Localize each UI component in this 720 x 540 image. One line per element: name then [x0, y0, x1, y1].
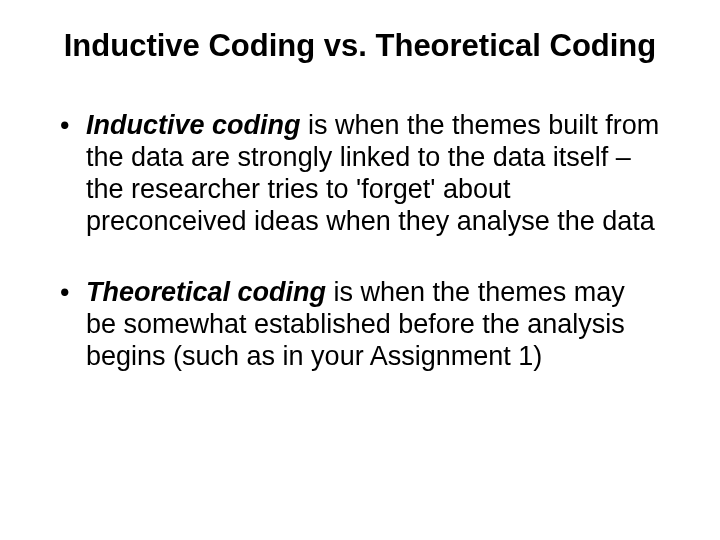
list-item: Inductive coding is when the themes buil… — [60, 110, 660, 237]
term-theoretical: Theoretical coding — [86, 277, 326, 307]
bullet-list: Inductive coding is when the themes buil… — [50, 110, 670, 373]
term-inductive: Inductive coding — [86, 110, 301, 140]
list-item: Theoretical coding is when the themes ma… — [60, 277, 660, 373]
slide-title: Inductive Coding vs. Theoretical Coding — [50, 28, 670, 64]
slide: Inductive Coding vs. Theoretical Coding … — [0, 0, 720, 540]
